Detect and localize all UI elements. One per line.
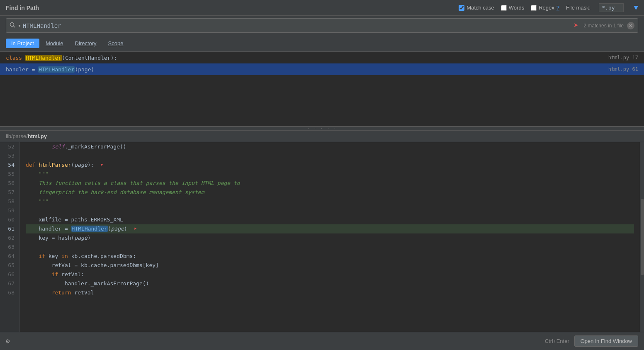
line-num: 67 <box>3 279 15 288</box>
tab-scope[interactable]: Scope <box>103 39 129 48</box>
code-line: if retVal: <box>26 270 634 279</box>
regex-option[interactable]: Regex ? <box>531 5 559 11</box>
code-token: if <box>52 271 61 277</box>
code-token: """ <box>39 198 48 204</box>
filter-icon[interactable]: ▼ <box>634 4 638 12</box>
line-num: 60 <box>3 215 15 224</box>
code-line: handler._markAsErrorPage() <box>26 279 634 288</box>
match-case-option[interactable]: Match case <box>459 5 494 11</box>
bottom-bar: ⚙ Ctrl+Enter Open in Find Window <box>0 332 644 350</box>
result-code: handler = HTMLHandler(page) <box>6 66 600 73</box>
code-token: This function calls a class that parses … <box>39 180 240 186</box>
filepath-file: html.py <box>28 133 47 139</box>
code-token: page <box>111 226 124 232</box>
tab-in-project[interactable]: In Project <box>6 39 39 48</box>
regex-label: Regex <box>539 5 554 11</box>
code-token: page <box>74 235 87 241</box>
search-dropdown-icon[interactable]: ▾ <box>18 22 21 29</box>
code-token: """ <box>39 171 48 177</box>
clear-search-button[interactable]: ✕ <box>627 22 634 29</box>
match-case-label: Match case <box>467 5 494 11</box>
code-token: in <box>61 253 71 259</box>
file-mask-label: File mask: <box>566 5 591 11</box>
code-highlight: HTMLHandler <box>71 226 108 232</box>
results-panel: class HTMLHandler(ContentHandler): html.… <box>0 52 644 126</box>
code-line: def htmlParser(page): ➤ <box>26 160 634 170</box>
code-line: if key in kb.cache.parsedDbms: <box>26 252 634 261</box>
code-token: self <box>52 143 65 150</box>
result-file-location: html.py 17 <box>608 55 638 61</box>
tab-directory[interactable]: Directory <box>70 39 102 48</box>
line-num: 61 <box>3 224 15 233</box>
line-num: 56 <box>3 179 15 188</box>
find-header: Find in Path Match case Words Regex ? Fi… <box>0 0 644 16</box>
code-token: page <box>74 162 87 168</box>
settings-icon[interactable]: ⚙ <box>6 337 10 345</box>
find-options: Match case Words Regex ? File mask: ▼ <box>47 3 638 12</box>
line-num: 65 <box>3 261 15 270</box>
divider-indicator: · · · · · <box>307 126 337 131</box>
code-scrollbar[interactable] <box>640 142 644 332</box>
code-line <box>26 206 634 215</box>
result-text: handler = <box>6 66 38 73</box>
regex-checkbox[interactable] <box>531 5 537 11</box>
code-token: if <box>39 253 48 259</box>
panel-divider: · · · · · <box>0 126 644 131</box>
code-line: return retVal <box>26 288 634 297</box>
code-token: return <box>52 289 75 296</box>
line-num: 59 <box>3 206 15 215</box>
search-arrow-indicator: ➤ <box>574 20 578 31</box>
words-checkbox[interactable] <box>501 5 507 11</box>
code-token: def <box>26 162 39 168</box>
code-line: fingerprint the back-end database manage… <box>26 188 634 197</box>
line-num: 62 <box>3 233 15 243</box>
scrollbar-thumb[interactable] <box>641 199 644 275</box>
open-in-find-window-button[interactable]: Open in Find Window <box>574 335 638 347</box>
code-line <box>26 151 634 160</box>
line-numbers: 52 53 54 55 56 57 58 59 60 61 62 63 64 6… <box>0 142 20 332</box>
code-token: htmlParser <box>39 162 71 168</box>
search-row: ▾ ➤ 2 matches in 1 file ✕ <box>0 16 644 37</box>
line-num: 66 <box>3 270 15 279</box>
result-text: (page) <box>75 66 94 73</box>
result-row[interactable]: class HTMLHandler(ContentHandler): html.… <box>0 52 644 63</box>
result-keyword: class <box>6 55 25 61</box>
line-num: 64 <box>3 252 15 261</box>
code-line: retVal = kb.cache.parsedDbms[key] <box>26 261 634 270</box>
regex-help-link[interactable]: ? <box>557 5 559 11</box>
code-viewer: lib/parse/html.py 52 53 54 55 56 57 58 5… <box>0 131 644 332</box>
file-mask-input[interactable] <box>599 3 624 12</box>
tab-module[interactable]: Module <box>40 39 69 48</box>
match-case-checkbox[interactable] <box>459 5 464 11</box>
code-line <box>26 243 634 252</box>
code-line: self._markAsErrorPage() <box>26 142 634 151</box>
code-line: xmlfile = paths.ERRORS_XML <box>26 215 634 224</box>
result-row[interactable]: handler = HTMLHandler(page) html.py 61 <box>0 63 644 75</box>
search-input[interactable] <box>23 22 569 29</box>
line-num: 55 <box>3 170 15 179</box>
shortcut-label: Ctrl+Enter <box>545 338 569 344</box>
code-line: handler = HTMLHandler(page) ➤ <box>26 224 634 233</box>
scope-tabs: In Project Module Directory Scope <box>0 37 644 52</box>
code-filepath: lib/parse/html.py <box>0 131 644 142</box>
code-line: This function calls a class that parses … <box>26 179 634 188</box>
line-num: 63 <box>3 243 15 252</box>
svg-line-1 <box>14 26 15 27</box>
code-arrow: ➤ <box>134 226 137 232</box>
code-line: key = hash(page) <box>26 233 634 243</box>
result-text: (ContentHandler): <box>62 55 117 61</box>
filepath-dir: lib/parse/ <box>6 133 28 139</box>
line-num: 68 <box>3 288 15 297</box>
bottom-right: Ctrl+Enter Open in Find Window <box>545 335 638 347</box>
svg-point-0 <box>10 22 14 26</box>
code-line: """ <box>26 197 634 206</box>
line-num: 52 <box>3 142 15 151</box>
result-file-location: html.py 61 <box>608 66 638 72</box>
words-label: Words <box>509 5 524 11</box>
search-input-wrapper: ▾ ➤ 2 matches in 1 file ✕ <box>6 18 638 33</box>
result-highlight: HTMLHandler <box>25 55 62 61</box>
line-num: 58 <box>3 197 15 206</box>
words-option[interactable]: Words <box>501 5 524 11</box>
result-highlight: HTMLHandler <box>38 66 75 73</box>
code-line: """ <box>26 170 634 179</box>
